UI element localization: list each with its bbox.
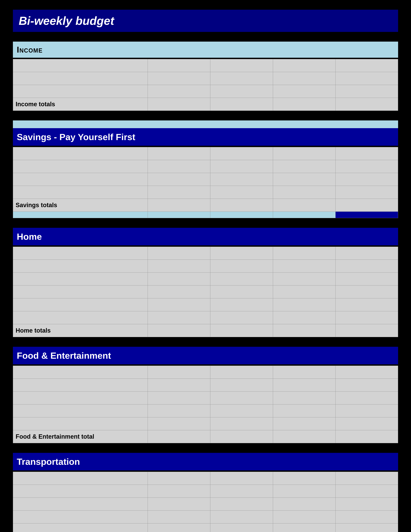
savings-light-bar: [13, 120, 398, 128]
income-totals-row: Income totals: [13, 98, 398, 111]
transportation-header-label: Transportation: [17, 456, 394, 467]
page-container: Bi-weekly budget Income: [13, 10, 398, 532]
home-section: Home: [13, 228, 398, 337]
page-title: Bi-weekly budget: [19, 14, 392, 28]
transportation-header: Transportation: [13, 453, 398, 470]
savings-section: Savings - Pay Yourself First: [13, 120, 398, 218]
table-row: [13, 366, 398, 379]
income-totals-label: Income totals: [13, 98, 148, 111]
home-totals-row: Home totals: [13, 324, 398, 337]
table-row: [13, 186, 398, 199]
home-totals-label: Home totals: [13, 324, 148, 337]
table-row: [13, 417, 398, 430]
table-row: [13, 72, 398, 85]
transportation-table: Transportation totals Subtotal of page 1…: [13, 472, 398, 532]
table-row: [13, 379, 398, 392]
food-totals-label: Food & Entertainment total: [13, 430, 148, 443]
home-table: Home totals: [13, 247, 398, 337]
income-header: Income: [13, 42, 398, 58]
table-row: [13, 285, 398, 298]
home-header-label: Home: [17, 231, 394, 242]
food-section: Food & Entertainment: [13, 347, 398, 443]
income-section: Income: [13, 42, 398, 111]
transportation-section: Transportation: [13, 453, 398, 532]
table-row: [13, 273, 398, 285]
table-row: [13, 311, 398, 324]
food-header-label: Food & Entertainment: [17, 350, 394, 361]
table-row: [13, 511, 398, 523]
income-table: Income totals: [13, 59, 398, 111]
savings-header: Savings - Pay Yourself First: [13, 128, 398, 146]
income-header-label: Income: [17, 45, 43, 54]
savings-table: Savings totals: [13, 147, 398, 218]
table-row: [13, 247, 398, 260]
table-row: [13, 85, 398, 98]
savings-divider-row: [13, 212, 398, 218]
table-row: [13, 147, 398, 160]
title-bar: Bi-weekly budget: [13, 10, 398, 32]
table-row: [13, 523, 398, 532]
table-row: [13, 173, 398, 186]
food-header: Food & Entertainment: [13, 347, 398, 364]
table-row: [13, 498, 398, 511]
home-header: Home: [13, 228, 398, 245]
table-row: [13, 260, 398, 273]
table-row: [13, 59, 398, 72]
table-row: [13, 472, 398, 485]
savings-header-label: Savings - Pay Yourself First: [17, 132, 394, 142]
table-row: [13, 485, 398, 498]
table-row: [13, 298, 398, 311]
food-table: Food & Entertainment total: [13, 366, 398, 443]
table-row: [13, 405, 398, 417]
savings-totals-row: Savings totals: [13, 199, 398, 212]
food-totals-row: Food & Entertainment total: [13, 430, 398, 443]
table-row: [13, 160, 398, 173]
savings-totals-label: Savings totals: [13, 199, 148, 212]
table-row: [13, 392, 398, 405]
